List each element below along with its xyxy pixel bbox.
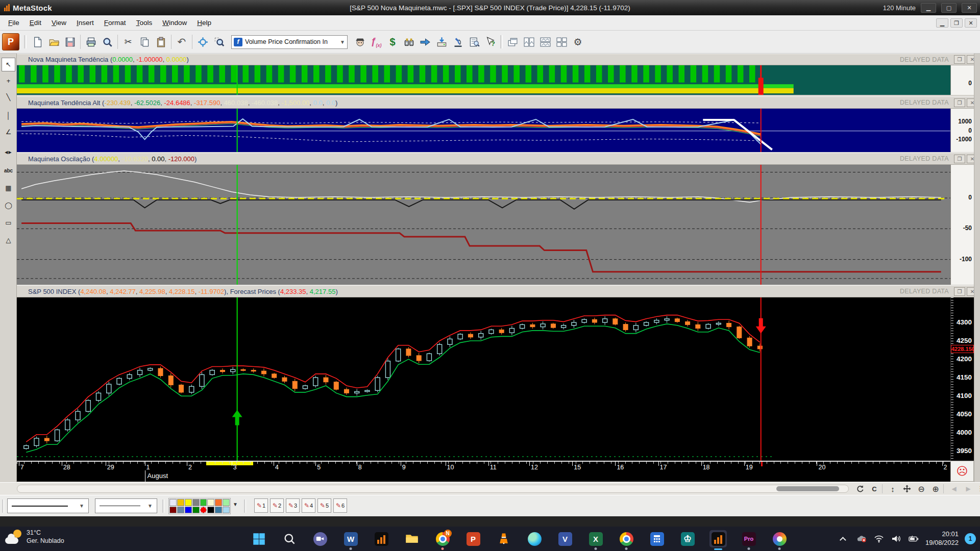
move-button[interactable] [900, 483, 914, 494]
taskbar-visio[interactable]: V [556, 530, 574, 547]
taskbar-search[interactable] [281, 530, 298, 547]
oscilacao-chart[interactable] [17, 165, 950, 285]
downloader-button[interactable] [417, 34, 433, 50]
context-help-button[interactable]: ? [482, 34, 499, 50]
color-swatch[interactable] [169, 499, 177, 506]
panel-header-price[interactable]: S&P 500 INDEX (4,240.08, 4,242.77, 4,225… [17, 285, 980, 297]
color-swatch[interactable] [200, 499, 207, 506]
panel-header-tendencia-alt[interactable]: Maquineta Tendência Alt (-230.439, -62.5… [17, 96, 980, 109]
print-button[interactable] [83, 34, 99, 50]
taskbar-paint[interactable] [771, 530, 788, 547]
undo-button[interactable]: ↶ [174, 34, 190, 50]
palette-dropdown-arrow[interactable]: ▼ [233, 502, 238, 507]
taskbar-chess[interactable]: ♔ [679, 530, 696, 547]
panel-maximize-button[interactable]: ❐ [954, 287, 965, 296]
angle-tool[interactable]: ∠ [2, 125, 15, 139]
zoom-in-button[interactable]: ⊕ [929, 483, 942, 494]
panel-maximize-button[interactable]: ❐ [954, 55, 965, 64]
taskbar-start[interactable] [250, 530, 267, 547]
panel-maximize-button[interactable]: ❐ [954, 155, 965, 163]
date-axis[interactable]: 7282912345891011121516171819202 [17, 461, 950, 470]
triangle-tool[interactable]: △ [2, 233, 15, 247]
taskbar-meet[interactable] [311, 530, 329, 547]
copy-button[interactable] [136, 34, 153, 50]
color-swatch[interactable] [192, 507, 200, 514]
trendline-button-3[interactable]: ✎3 [286, 498, 300, 513]
data-status-button[interactable]: ☹ [950, 461, 974, 482]
taskbar-vlc[interactable] [495, 530, 512, 547]
taskbar-edge[interactable] [526, 530, 543, 547]
trendline-tool[interactable]: ╲ [2, 90, 15, 104]
color-swatch[interactable] [169, 507, 177, 514]
trendline-button-6[interactable]: ✎6 [333, 498, 347, 513]
list-button[interactable]: ☰ [976, 483, 980, 494]
close-button[interactable]: ✕ [962, 3, 977, 13]
taskbar-word[interactable]: W [342, 530, 359, 547]
color-swatch[interactable] [200, 507, 207, 514]
crosshair-tool[interactable]: + [2, 74, 15, 88]
wifi-icon[interactable] [873, 534, 885, 543]
child-minimize-button[interactable]: ▁ [936, 18, 948, 28]
menu-window[interactable]: Window [157, 17, 192, 29]
taskbar-premiere-pro[interactable]: Pro [740, 530, 757, 547]
color-swatch[interactable] [185, 499, 192, 506]
ellipse-tool[interactable]: ◯ [2, 198, 15, 212]
rectangle-tool[interactable]: ▭ [2, 216, 15, 230]
tray-chevron-up-icon[interactable] [839, 534, 850, 543]
enhanced-tester-button[interactable] [450, 34, 466, 50]
child-restore-button[interactable]: ❐ [950, 18, 963, 28]
pointer-crosshair-button[interactable] [194, 34, 211, 50]
grid-tool[interactable]: ▦ [2, 181, 15, 195]
color-swatch[interactable] [223, 499, 230, 506]
cut-button[interactable]: ✂ [120, 34, 136, 50]
system-tester-button[interactable]: $ [384, 34, 401, 50]
onedrive-error-icon[interactable] [856, 534, 867, 543]
taskbar-chrome[interactable] [618, 530, 635, 547]
prev-button[interactable]: ◀ [947, 483, 961, 494]
refresh-button[interactable] [853, 483, 867, 494]
notification-badge[interactable]: 1 [965, 533, 976, 544]
new-chart-button[interactable] [29, 34, 45, 50]
maximize-button[interactable]: ▢ [941, 3, 957, 13]
taskbar-metastock[interactable] [373, 530, 390, 547]
trendline-button-4[interactable]: ✎4 [302, 498, 315, 513]
panel-header-nova-tendencia[interactable]: Nova Maquineta Tendência (0.0000, -1.000… [17, 54, 980, 65]
line-weight-dropdown[interactable]: ▼ [95, 498, 157, 513]
weather-widget[interactable]: 31°C Ger. Nublado [5, 529, 64, 545]
scrollbar-thumb[interactable] [776, 486, 839, 491]
color-swatch[interactable] [215, 499, 222, 506]
horizontal-scrollbar[interactable] [17, 485, 849, 493]
taskbar-clock[interactable]: 20:01 19/08/2022 [925, 530, 959, 547]
taskbar-excel[interactable]: X [587, 530, 604, 547]
menu-edit[interactable]: Edit [24, 17, 46, 29]
color-swatch[interactable] [215, 507, 222, 514]
menu-format[interactable]: Format [99, 17, 131, 29]
text-tool[interactable]: abc [2, 164, 15, 178]
menu-help[interactable]: Help [192, 17, 216, 29]
tendencia-alt-chart[interactable] [17, 109, 950, 152]
customize-button[interactable]: ⚙ [570, 34, 586, 50]
price-chart[interactable] [17, 297, 950, 461]
minimize-button[interactable]: ▁ [921, 3, 936, 13]
expert-advisor-button[interactable] [352, 34, 368, 50]
color-swatch[interactable] [185, 507, 192, 514]
print-preview-button[interactable] [99, 34, 115, 50]
tile-columns-button[interactable] [521, 34, 537, 50]
color-swatch[interactable] [192, 499, 200, 506]
report-button[interactable] [466, 34, 482, 50]
color-swatch[interactable] [177, 507, 184, 514]
volume-icon[interactable] [891, 534, 902, 543]
cascade-windows-button[interactable] [504, 34, 521, 50]
save-chart-button[interactable] [62, 34, 78, 50]
panel-maximize-button[interactable]: ❐ [954, 98, 965, 107]
tile-grid-button[interactable] [553, 34, 570, 50]
taskbar-powerpoint[interactable]: P [464, 530, 482, 547]
menu-insert[interactable]: Insert [71, 17, 99, 29]
line-style-dropdown[interactable]: ▼ [7, 498, 89, 513]
scroll-arrows-tool[interactable]: ◀▶ [2, 145, 15, 159]
color-swatch[interactable] [207, 499, 214, 506]
explorer-button[interactable] [401, 34, 417, 50]
battery-icon[interactable] [908, 534, 919, 543]
vertical-line-tool[interactable]: │ [2, 109, 15, 122]
next-button[interactable]: ▶ [962, 483, 975, 494]
